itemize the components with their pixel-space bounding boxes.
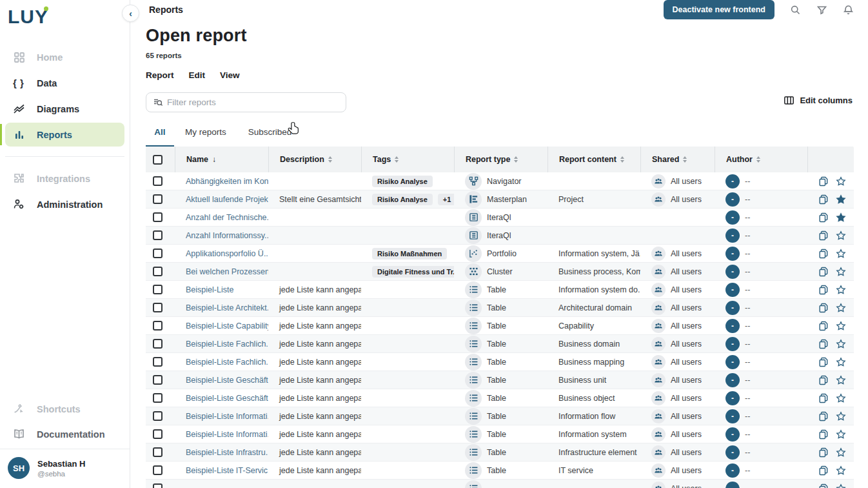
sidebar-item-diagrams[interactable]: Diagrams — [5, 97, 124, 121]
tab-subscribed[interactable]: Subscribed — [237, 117, 303, 147]
table-row[interactable]: Beispiel-Liste Informati...jede Liste ka… — [146, 425, 854, 443]
copy-icon[interactable] — [818, 465, 829, 476]
star-outline-icon[interactable] — [836, 429, 846, 440]
report-name-link[interactable]: Beispiel-Liste Geschäft... — [186, 394, 268, 403]
report-name-link[interactable]: Anzahl Informationssy... — [186, 231, 268, 240]
copy-icon[interactable] — [818, 285, 829, 295]
row-checkbox[interactable] — [153, 176, 163, 186]
star-outline-icon[interactable] — [836, 483, 846, 488]
sidebar-item-reports[interactable]: Reports — [5, 123, 124, 147]
tab-all[interactable]: All — [146, 117, 174, 147]
report-name-link[interactable]: Anzahl der Technische... — [186, 213, 268, 222]
column-header-description[interactable]: Description — [268, 147, 361, 172]
star-outline-icon[interactable] — [836, 339, 846, 349]
sidebar-item-shortcuts[interactable]: Shortcuts — [5, 397, 124, 421]
copy-icon[interactable] — [818, 339, 829, 349]
copy-icon[interactable] — [818, 303, 829, 313]
copy-icon[interactable] — [818, 212, 829, 223]
table-row[interactable]: Beispiel-Liste Informati...jede Liste ka… — [146, 407, 854, 425]
report-name-link[interactable]: Beispiel-Liste Informati... — [186, 430, 268, 439]
menu-report[interactable]: Report — [146, 70, 174, 80]
row-checkbox[interactable] — [153, 230, 163, 240]
copy-icon[interactable] — [818, 267, 829, 277]
copy-icon[interactable] — [818, 321, 829, 331]
star-outline-icon[interactable] — [836, 375, 846, 385]
copy-icon[interactable] — [818, 249, 829, 259]
table-row[interactable]: Beispiel-Liste Architekt...jede Liste ka… — [146, 299, 854, 317]
sidebar-item-documentation[interactable]: Documentation — [5, 422, 124, 446]
row-checkbox[interactable] — [153, 465, 163, 475]
row-checkbox[interactable] — [153, 447, 163, 457]
copy-icon[interactable] — [818, 230, 829, 241]
copy-icon[interactable] — [818, 411, 829, 422]
edit-columns-button[interactable]: Edit columns — [784, 95, 854, 106]
report-name-link[interactable]: Beispiel-Liste Capability — [186, 321, 268, 330]
column-header-report-type[interactable]: Report type — [454, 147, 547, 172]
row-checkbox[interactable] — [153, 411, 163, 421]
row-checkbox[interactable] — [153, 267, 163, 276]
report-name-link[interactable]: Aktuell laufende Projek... — [186, 195, 268, 204]
table-row[interactable]: Beispiel-Listejede Liste kann angepa...T… — [146, 281, 854, 299]
copy-icon[interactable] — [818, 357, 829, 367]
report-name-link[interactable]: Beispiel-Liste Infrastru... — [186, 448, 268, 457]
table-row[interactable]: Anzahl Informationssy...IteraQl--- — [146, 227, 854, 245]
report-name-link[interactable]: Beispiel-Liste Geschäft... — [186, 376, 268, 385]
star-outline-icon[interactable] — [836, 249, 846, 259]
column-header-report-content[interactable]: Report content — [547, 147, 640, 172]
deactivate-frontend-button[interactable]: Deactivate new frontend — [664, 0, 774, 19]
star-filled-icon[interactable] — [836, 194, 846, 205]
sidebar-item-integrations[interactable]: Integrations — [5, 167, 124, 190]
table-row[interactable]: Beispiel-Liste Geschäft...jede Liste kan… — [146, 371, 854, 389]
sidebar-item-data[interactable]: { } Data — [5, 71, 124, 95]
table-row[interactable]: Abhängigkeiten im Kon...Risiko AnalyseNa… — [146, 172, 854, 190]
star-outline-icon[interactable] — [836, 176, 846, 187]
report-name-link[interactable]: Beispiel-Liste Fachlich... — [186, 358, 268, 367]
copy-icon[interactable] — [818, 483, 829, 488]
sidebar-collapse-button[interactable]: ‹ — [122, 5, 139, 22]
copy-icon[interactable] — [818, 375, 829, 385]
report-name-link[interactable]: Bei welchen Prozessen... — [186, 267, 268, 276]
star-outline-icon[interactable] — [836, 230, 846, 241]
copy-icon[interactable] — [818, 176, 829, 187]
row-checkbox[interactable] — [153, 429, 163, 439]
copy-icon[interactable] — [818, 194, 829, 205]
star-outline-icon[interactable] — [836, 393, 846, 403]
table-row[interactable]: Anzahl der Technische...IteraQl--- — [146, 208, 854, 227]
row-checkbox[interactable] — [153, 303, 163, 312]
report-name-link[interactable]: Beispiel-Liste Architekt... — [186, 303, 268, 312]
column-header-author[interactable]: Author — [715, 147, 807, 172]
copy-icon[interactable] — [818, 429, 829, 440]
table-row[interactable]: Beispiel-Liste Fachlich...jede Liste kan… — [146, 335, 854, 353]
table-row[interactable]: Bei welchen Prozessen...Digitale Fitness… — [146, 263, 854, 281]
row-checkbox[interactable] — [153, 194, 163, 204]
row-checkbox[interactable] — [153, 375, 163, 385]
table-row[interactable]: All users--- — [146, 480, 854, 488]
filter-icon[interactable] — [816, 5, 827, 15]
user-profile[interactable]: SH Sebastian H @sebha — [0, 449, 130, 488]
star-outline-icon[interactable] — [836, 411, 846, 422]
table-row[interactable]: Beispiel-Liste Infrastru...jede Liste ka… — [146, 443, 854, 462]
filter-reports-box[interactable] — [146, 92, 346, 112]
report-name-link[interactable]: Beispiel-Liste Informati... — [186, 412, 268, 421]
report-name-link[interactable]: Abhängigkeiten im Kon... — [186, 177, 268, 186]
column-header-tags[interactable]: Tags — [361, 147, 454, 172]
copy-icon[interactable] — [818, 447, 829, 458]
star-outline-icon[interactable] — [836, 465, 846, 476]
sidebar-item-home[interactable]: Home — [5, 45, 124, 69]
table-row[interactable]: Beispiel-Liste Geschäft...jede Liste kan… — [146, 389, 854, 407]
search-icon[interactable] — [790, 5, 801, 15]
star-outline-icon[interactable] — [836, 267, 846, 277]
menu-view[interactable]: View — [220, 70, 240, 80]
column-header-shared[interactable]: Shared — [640, 147, 715, 172]
row-checkbox[interactable] — [153, 483, 163, 488]
table-row[interactable]: Aktuell laufende Projek...Stellt eine Ge… — [146, 190, 854, 208]
star-outline-icon[interactable] — [836, 303, 846, 313]
filter-reports-input[interactable] — [167, 97, 339, 107]
table-row[interactable]: Beispiel-Liste Fachlich...jede Liste kan… — [146, 353, 854, 371]
star-outline-icon[interactable] — [836, 357, 846, 367]
table-row[interactable]: Applikationsporfolio Ü...Risiko Maßnahme… — [146, 245, 854, 263]
row-checkbox[interactable] — [153, 212, 163, 222]
row-checkbox[interactable] — [153, 321, 163, 330]
row-checkbox[interactable] — [153, 285, 163, 294]
luy-logo[interactable]: LUY — [8, 5, 53, 28]
